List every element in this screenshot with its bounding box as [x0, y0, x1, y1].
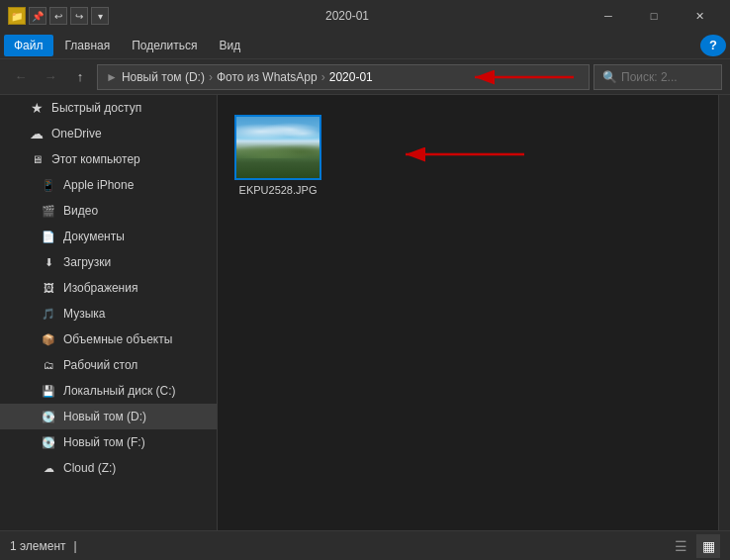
title-bar: 📁 📌 ↩ ↪ ▾ 2020-01 ─ □ ✕ [0, 0, 730, 32]
sidebar-item-new-vol-d[interactable]: 💽 Новый том (D:) [0, 404, 217, 429]
video-icon: 🎬 [40, 205, 57, 218]
breadcrumb-nav-icon: ► [106, 70, 118, 84]
sidebar-label-new-vol-d: Новый том (D:) [63, 410, 146, 423]
sidebar-item-downloads[interactable]: ⬇ Загрузки [0, 249, 217, 275]
sidebar-label-video: Видео [63, 204, 98, 218]
up-button[interactable]: ↑ [67, 64, 93, 90]
status-separator: | [74, 539, 77, 553]
forward-button[interactable]: → [38, 64, 63, 90]
titlebar-icons: 📁 📌 ↩ ↪ ▾ [8, 7, 109, 25]
sidebar-label-onedrive: OneDrive [51, 127, 102, 140]
cloud-z-icon: ☁ [40, 462, 57, 475]
undo-icon[interactable]: ↩ [49, 7, 67, 25]
sidebar-label-local-disk-c: Локальный диск (C:) [63, 384, 176, 398]
window-controls: ─ □ ✕ [586, 0, 722, 32]
menu-share[interactable]: Поделиться [122, 35, 207, 56]
sidebar-label-this-pc: Этот компьютер [51, 152, 140, 166]
thumbnail-image [236, 117, 319, 178]
breadcrumb-drive[interactable]: Новый том (D:) [122, 70, 205, 84]
search-box[interactable]: 🔍 [593, 64, 722, 90]
minimize-button[interactable]: ─ [586, 0, 631, 32]
sidebar-item-local-disk-c[interactable]: 💾 Локальный диск (C:) [0, 378, 217, 404]
maximize-button[interactable]: □ [631, 0, 677, 32]
main-area: ★ Быстрый доступ ☁ OneDrive 🖥 Этот компь… [0, 95, 730, 530]
file-thumbnail [234, 115, 321, 180]
sidebar-label-cloud-z: Cloud (Z:) [63, 461, 116, 475]
sidebar-label-new-vol-f: Новый том (F:) [63, 435, 145, 449]
3d-icon: 📦 [40, 333, 57, 346]
menu-home[interactable]: Главная [55, 35, 121, 56]
sidebar-item-images[interactable]: 🖼 Изображения [0, 275, 217, 301]
file-area: EKPU2528.JPG [218, 95, 718, 530]
desktop-icon: 🗂 [40, 359, 57, 371]
sidebar-item-3d-objects[interactable]: 📦 Объемные объекты [0, 327, 217, 352]
sidebar-label-music: Музыка [63, 307, 105, 321]
sidebar-item-quick-access[interactable]: ★ Быстрый доступ [0, 95, 217, 121]
sidebar-label-documents: Документы [63, 230, 125, 243]
down-arrow-icon[interactable]: ▾ [91, 7, 109, 25]
file-name: EKPU2528.JPG [239, 184, 318, 196]
sidebar-item-new-vol-f[interactable]: 💽 Новый том (F:) [0, 429, 217, 455]
file-scrollbar[interactable] [718, 95, 730, 530]
breadcrumb-folder[interactable]: Фото из WhatsApp [217, 70, 318, 84]
sidebar-item-onedrive[interactable]: ☁ OneDrive [0, 121, 217, 146]
sidebar-item-music[interactable]: 🎵 Музыка [0, 301, 217, 327]
window-title: 2020-01 [113, 9, 582, 23]
downloads-icon: ⬇ [40, 256, 57, 269]
back-button[interactable]: ← [8, 64, 34, 90]
iphone-icon: 📱 [40, 179, 57, 192]
sidebar-scroll[interactable]: ★ Быстрый доступ ☁ OneDrive 🖥 Этот компь… [0, 95, 217, 530]
cloud-icon: ☁ [28, 126, 46, 141]
menu-file[interactable]: Файл [4, 35, 53, 56]
sidebar-label-downloads: Загрузки [63, 255, 111, 269]
status-bar: 1 элемент | ☰ ▦ [0, 530, 730, 560]
sidebar-item-iphone[interactable]: 📱 Apple iPhone [0, 172, 217, 198]
sidebar-label-3d-objects: Объемные объекты [63, 332, 172, 346]
file-item-ekpu2528[interactable]: EKPU2528.JPG [233, 111, 322, 200]
music-icon: 🎵 [40, 308, 57, 321]
documents-icon: 📄 [40, 231, 57, 243]
list-view-button[interactable]: ☰ [669, 534, 692, 558]
menu-view[interactable]: Вид [209, 35, 250, 56]
redo-icon[interactable]: ↪ [70, 7, 88, 25]
sidebar-item-cloud-z[interactable]: ☁ Cloud (Z:) [0, 455, 217, 481]
sidebar-item-this-pc[interactable]: 🖥 Этот компьютер [0, 146, 217, 172]
disk-c-icon: 💾 [40, 385, 57, 398]
address-bar: ← → ↑ ► Новый том (D:) › Фото из WhatsAp… [0, 59, 730, 95]
thumbnail-hills [236, 139, 319, 158]
sidebar-label-desktop: Рабочий стол [63, 358, 137, 372]
sidebar-item-video[interactable]: 🎬 Видео [0, 198, 217, 224]
computer-icon: 🖥 [28, 153, 46, 165]
sidebar-label-images: Изображения [63, 281, 137, 295]
close-button[interactable]: ✕ [677, 0, 722, 32]
view-options: ☰ ▦ [669, 534, 720, 558]
help-button[interactable]: ? [700, 35, 726, 56]
sidebar-item-documents[interactable]: 📄 Документы [0, 224, 217, 249]
disk-d-icon: 💽 [40, 411, 57, 423]
search-icon: 🔍 [602, 70, 617, 84]
breadcrumb-sep-1: › [209, 70, 213, 84]
pin-icon: 📌 [29, 7, 46, 25]
folder-icon: 📁 [8, 7, 26, 25]
grid-view-button[interactable]: ▦ [696, 534, 720, 558]
breadcrumb-sep-2: › [321, 70, 325, 84]
sidebar-label-quick-access: Быстрый доступ [51, 101, 141, 115]
sidebar: ★ Быстрый доступ ☁ OneDrive 🖥 Этот компь… [0, 95, 218, 530]
status-count: 1 элемент [10, 539, 66, 553]
sidebar-label-iphone: Apple iPhone [63, 178, 134, 192]
sidebar-item-desktop[interactable]: 🗂 Рабочий стол [0, 352, 217, 378]
menu-bar: Файл Главная Поделиться Вид ? [0, 32, 730, 59]
file-arrow-annotation [396, 135, 534, 174]
breadcrumb[interactable]: ► Новый том (D:) › Фото из WhatsApp › 20… [97, 64, 590, 90]
breadcrumb-current[interactable]: 2020-01 [329, 70, 373, 84]
images-icon: 🖼 [40, 282, 57, 294]
star-icon: ★ [28, 100, 46, 116]
disk-f-icon: 💽 [40, 436, 57, 449]
search-input[interactable] [621, 70, 713, 84]
